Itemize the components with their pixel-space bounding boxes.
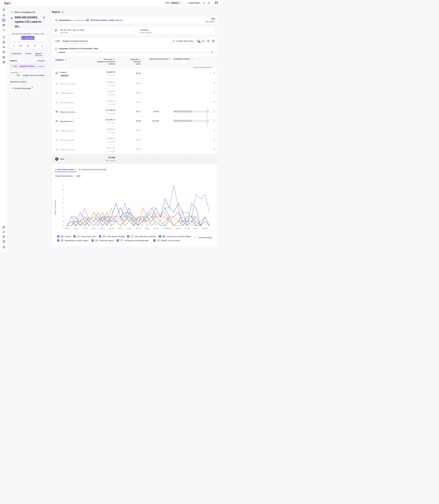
- svg-text:Nov 09: Nov 09: [203, 228, 207, 229]
- svg-text:Oct 31: Oct 31: [163, 228, 167, 229]
- svg-text:3: 3: [63, 211, 64, 213]
- svg-text:Oct 25: Oct 25: [136, 228, 141, 229]
- svg-text:Oct 27: Oct 27: [145, 228, 149, 229]
- svg-text:Oct 19: Oct 19: [109, 228, 114, 229]
- svg-text:Oct 09: Oct 09: [65, 228, 69, 229]
- svg-text:Nov 03: Nov 03: [176, 228, 181, 229]
- svg-text:7: 7: [63, 194, 64, 195]
- svg-text:8: 8: [63, 189, 64, 191]
- svg-text:Oct 21: Oct 21: [118, 228, 123, 229]
- svg-text:6: 6: [63, 198, 64, 200]
- svg-text:5: 5: [63, 202, 64, 204]
- svg-text:Oct 23: Oct 23: [127, 228, 132, 229]
- svg-text:Oct 29: Oct 29: [154, 228, 159, 229]
- svg-text:0: 0: [63, 225, 64, 227]
- svg-text:Nov 05: Nov 05: [185, 228, 190, 229]
- svg-text:Nov 07: Nov 07: [194, 228, 199, 229]
- svg-text:Oct 11: Oct 11: [73, 228, 78, 229]
- svg-text:Oct 13: Oct 13: [83, 228, 87, 229]
- svg-text:Nov 01: Nov 01: [167, 228, 172, 229]
- svg-text:4: 4: [63, 207, 64, 209]
- svg-text:1: 1: [63, 220, 64, 222]
- svg-text:Oct 17: Oct 17: [100, 228, 105, 229]
- svg-text:2: 2: [63, 216, 64, 218]
- svg-text:Oct 15: Oct 15: [91, 228, 96, 229]
- svg-text:9: 9: [63, 184, 64, 186]
